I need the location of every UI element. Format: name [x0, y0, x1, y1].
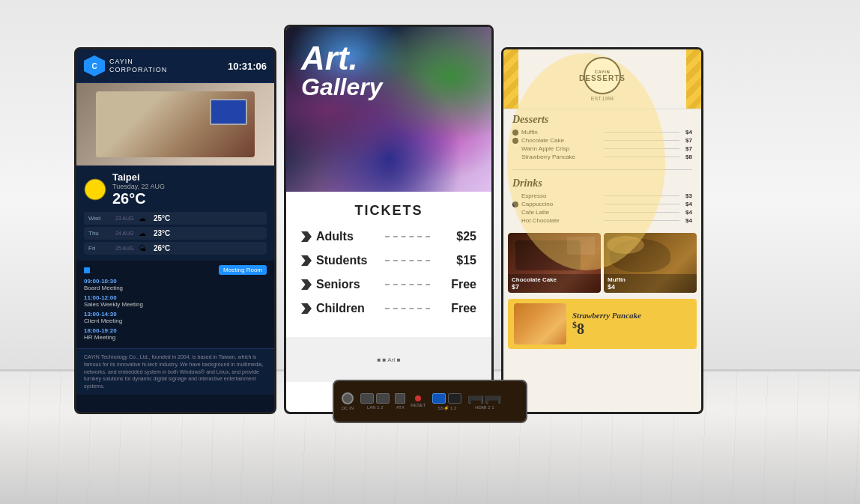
ticket-dots	[385, 260, 430, 261]
pancake-info: Strawberry Pancake $8	[572, 311, 641, 338]
forecast-temp: 26°C	[154, 244, 170, 252]
ticket-icon	[301, 231, 312, 242]
display-left: C CAYIN CORPORATION 10:31:06	[74, 47, 276, 414]
lan-ports: LAN 1 2	[360, 393, 390, 410]
scene: C CAYIN CORPORATION 10:31:06	[0, 0, 860, 504]
tickets-title: TICKETS	[301, 203, 476, 219]
usb-label: SS⚡ 1 2	[437, 405, 456, 410]
menu-item-price: $3	[685, 192, 692, 199]
hdmi-label: HDMI 2 1	[475, 405, 494, 410]
menu-item-price: $4	[685, 201, 692, 207]
desk-person-graphic	[96, 91, 254, 157]
meeting-time: 09:00-10:30	[84, 278, 267, 285]
pancake-price-value: 8	[577, 320, 584, 336]
muffin-label: Muffin $4	[604, 274, 697, 293]
yellow-stripe-left	[503, 49, 518, 109]
ticket-dots	[385, 236, 430, 237]
ticket-dots	[385, 284, 430, 285]
hdmi-port-2	[485, 393, 500, 404]
ticket-icon	[301, 255, 312, 266]
reset-label: RESET	[411, 403, 426, 407]
usb-port-2	[448, 393, 461, 404]
meetings-section: Meeting Room 09:00-10:30 Board Meeting 1…	[76, 261, 274, 348]
art-title-line1: Art.	[301, 42, 383, 75]
art-gallery-section: Art. Gallery	[286, 27, 491, 192]
chocolate-cake-label: Chocolate Cake $7	[508, 274, 601, 293]
pancake-name: Strawberry Pancake	[572, 311, 641, 320]
yellow-stripe-right	[686, 49, 701, 109]
meeting-item-2: 11:00-12:00 Sales Weekly Meeting	[84, 294, 267, 308]
forecast-temp: 25°C	[154, 214, 170, 222]
bottom-label-text: ■ ■ Art ■	[378, 356, 401, 363]
pancake-photo	[514, 303, 566, 344]
menu-item-price: $7	[685, 137, 692, 144]
displays-container: C CAYIN CORPORATION 10:31:06	[74, 25, 786, 414]
tickets-section: TICKETS Adults $25 Students $15 Seniors	[286, 192, 491, 337]
lan-label: LAN 1 2	[367, 405, 384, 410]
meeting-header: Meeting Room	[84, 265, 267, 275]
atx-label: ATX	[396, 405, 405, 410]
forecast-row-wed: Wed 23 AUG ☁ 25°C	[84, 212, 267, 225]
cayin-logo: C CAYIN CORPORATION	[84, 55, 167, 76]
weather-city: Taipei	[112, 171, 165, 183]
muffin-price: $4	[608, 283, 693, 291]
ticket-dots	[385, 308, 430, 309]
menu-item-price: $4	[685, 129, 692, 136]
forecast-date: 24 AUG	[115, 231, 134, 236]
chocolate-cake-price: $7	[512, 283, 597, 291]
pancake-price: $8	[572, 320, 641, 338]
pancake-section: Strawberry Pancake $8	[508, 299, 697, 349]
meeting-room-badge: Meeting Room	[219, 265, 267, 275]
sun-icon	[84, 178, 106, 201]
muffin-name: Muffin	[608, 276, 693, 283]
hdmi-port-1	[468, 393, 483, 404]
art-title-line2: Gallery	[301, 75, 383, 99]
lan-port-group	[360, 393, 390, 404]
reset-button[interactable]	[415, 395, 421, 401]
usb-port-group	[432, 393, 461, 404]
ticket-price-seniors: Free	[439, 278, 476, 291]
ticket-price-children: Free	[439, 302, 476, 315]
dc-port: DC IN	[342, 392, 354, 410]
meeting-icon	[84, 267, 90, 273]
ticket-icon	[301, 279, 312, 290]
menu-item-price: $4	[685, 217, 692, 224]
desk-scene-graphic	[76, 83, 274, 166]
forecast-date: 25 AUG	[115, 246, 134, 251]
forecast-icon: ☁	[139, 214, 149, 222]
atx-icon	[395, 393, 405, 404]
ticket-label-students: Students	[316, 254, 376, 267]
meeting-time: 11:00-12:00	[84, 294, 267, 301]
cayin-hexagon-icon: C	[84, 55, 105, 76]
meeting-time: 13:00-14:30	[84, 311, 267, 318]
ticket-icon	[301, 303, 312, 314]
weather-main: Taipei Tuesday, 22 AUG 26°C	[84, 171, 267, 207]
ticket-label-adults: Adults	[316, 230, 376, 243]
left-header: C CAYIN CORPORATION 10:31:06	[76, 49, 274, 83]
usb3-port	[432, 393, 446, 404]
desk-image	[76, 83, 274, 166]
company-description: CAYIN Technology Co., Ltd., founded in 2…	[76, 348, 274, 395]
ticket-row-adults: Adults $25	[301, 230, 476, 243]
hdmi-port-group	[468, 393, 500, 404]
forecast-icon: 🌤	[139, 244, 149, 252]
weather-forecast: Wed 23 AUG ☁ 25°C Thu 24 AUG ☁ 23°C Fri …	[84, 212, 267, 255]
meeting-name: Sales Weekly Meeting	[84, 301, 267, 308]
forecast-day: Fri	[88, 245, 111, 252]
meeting-name: Client Meeting	[84, 318, 267, 324]
weather-info: Taipei Tuesday, 22 AUG 26°C	[112, 171, 165, 207]
usb-ports: SS⚡ 1 2	[432, 393, 461, 410]
bottom-labels: ■ ■ Art ■	[378, 356, 401, 363]
forecast-day: Thu	[88, 230, 111, 237]
meeting-name: HR Meeting	[84, 334, 267, 341]
cayin-company-name: CAYIN CORPORATION	[109, 58, 167, 74]
display-right: CAYIN DESSERTS EST.1994 Desserts Muffin …	[501, 47, 703, 414]
menu-item-price: $7	[685, 145, 692, 152]
clock-display: 10:31:06	[228, 61, 267, 72]
display-center: Art. Gallery TICKETS Adults $25 Students…	[284, 25, 494, 414]
art-gallery-text: Art. Gallery	[301, 42, 383, 99]
dc-port-icon	[342, 392, 354, 404]
ticket-price-students: $15	[439, 254, 476, 267]
weather-temp: 26°C	[112, 190, 165, 207]
forecast-row-thu: Thu 24 AUG ☁ 23°C	[84, 227, 267, 240]
